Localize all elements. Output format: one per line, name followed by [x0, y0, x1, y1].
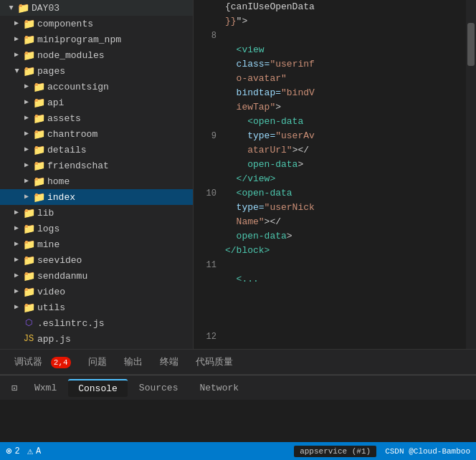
- index-label: index: [47, 192, 75, 203]
- line-numbers: 8 9 10 11 12: [194, 0, 222, 349]
- components-arrow: ▶: [11, 19, 22, 29]
- warning-icon: ⚠: [27, 445, 33, 457]
- sidebar-item-home[interactable]: ▶ 📁 home: [0, 173, 193, 189]
- line-num-21: [194, 287, 216, 301]
- sidebar-item-node-modules[interactable]: ▶ 📁 node_modules: [0, 47, 193, 63]
- panel-tabs: 调试器 2,4 问题 输出 终端 代码质量: [0, 350, 476, 375]
- friendschat-folder-icon: 📁: [33, 160, 44, 171]
- pages-label: pages: [37, 66, 65, 77]
- line-num-8: [194, 100, 216, 115]
- pages-folder-icon: 📁: [23, 65, 34, 77]
- panel-tab-terminal[interactable]: 终端: [151, 353, 187, 371]
- panel-tab-output[interactable]: 输出: [115, 353, 151, 371]
- appservice-tag: appservice (#1): [294, 446, 376, 457]
- seevideo-label: seevideo: [37, 255, 82, 266]
- appjs-label: app.js: [37, 334, 71, 345]
- node-modules-folder-icon: 📁: [23, 49, 34, 61]
- sidebar-item-assets[interactable]: ▶ 📁 assets: [0, 110, 193, 126]
- code-line-7: bindtap="bindV: [225, 86, 466, 100]
- code-line-10: type="userAv: [225, 129, 466, 143]
- senddanmu-arrow: ▶: [11, 271, 22, 281]
- line-num-20: [194, 272, 216, 287]
- logs-label: logs: [37, 224, 60, 234]
- code-line-6: o-avatar": [225, 72, 466, 86]
- index-folder-icon: 📁: [33, 191, 44, 203]
- line-num-22: [194, 301, 216, 315]
- line-num-10: 9: [194, 129, 216, 143]
- panel-tab-debugger[interactable]: 调试器 2,4: [6, 353, 80, 371]
- chantroom-folder-icon: 📁: [33, 128, 44, 140]
- sidebar-item-appjs[interactable]: ▶ JS app.js: [0, 331, 193, 347]
- sidebar-item-senddanmu[interactable]: ▶ 📁 senddanmu: [0, 268, 193, 284]
- sidebar-item-components[interactable]: ▶ 📁 components: [0, 16, 193, 32]
- line-num-12: [194, 158, 216, 172]
- sidebar-item-mine[interactable]: ▶ 📁 mine: [0, 236, 193, 252]
- line-num-14: 10: [194, 186, 216, 201]
- tab-sources[interactable]: Sources: [129, 380, 189, 396]
- panel-content-area: [0, 400, 476, 442]
- sidebar-item-seevideo[interactable]: ▶ 📁 seevideo: [0, 252, 193, 268]
- lib-folder-icon: 📁: [23, 207, 34, 219]
- sidebar-item-miniprogram-npm[interactable]: ▶ 📁 miniprogram_npm: [0, 32, 193, 47]
- code-line-12: open-data>: [225, 158, 466, 172]
- root-arrow: ▶: [6, 3, 16, 13]
- sidebar-item-lib[interactable]: ▶ 📁 lib: [0, 205, 193, 221]
- panel-tab-issues[interactable]: 问题: [80, 353, 115, 371]
- line-num-24: 12: [194, 330, 216, 344]
- sidebar-item-chantroom[interactable]: ▶ 📁 chantroom: [0, 126, 193, 142]
- sidebar-item-details[interactable]: ▶ 📁 details: [0, 142, 193, 158]
- error-count: 2: [14, 446, 19, 456]
- video-label: video: [37, 287, 65, 297]
- code-content[interactable]: {canIUseOpenData }}"> <view class="useri…: [222, 0, 466, 349]
- video-arrow: ▶: [11, 287, 22, 297]
- line-num-16: [194, 215, 216, 229]
- sidebar-item-accountsign[interactable]: ▶ 📁 accountsign: [0, 79, 193, 95]
- line-num-11: [194, 143, 216, 158]
- sidebar-item-api[interactable]: ▶ 📁 api: [0, 95, 193, 110]
- assets-folder-icon: 📁: [33, 112, 44, 124]
- root-folder[interactable]: ▶ 📁 DAY03: [0, 0, 193, 16]
- utils-folder-icon: 📁: [23, 302, 34, 313]
- details-folder-icon: 📁: [33, 144, 44, 155]
- details-label: details: [47, 145, 87, 155]
- tab-network[interactable]: Network: [189, 380, 249, 396]
- panel-tab-code-quality[interactable]: 代码质量: [187, 353, 242, 371]
- accountsign-label: accountsign: [47, 82, 109, 92]
- sidebar-item-eslintrc[interactable]: ▶ ⬡ .eslintrc.js: [0, 315, 193, 331]
- sidebar-item-index[interactable]: ▶ 📁 index: [0, 189, 193, 205]
- sidebar-item-friendschat[interactable]: ▶ 📁 friendschat: [0, 158, 193, 173]
- eslintrc-icon: ⬡: [23, 317, 34, 329]
- seevideo-arrow: ▶: [11, 255, 22, 265]
- code-quality-label: 代码质量: [196, 357, 233, 368]
- logs-arrow: ▶: [11, 224, 22, 234]
- tab-console[interactable]: Console: [68, 379, 128, 397]
- editor-scrollbar-thumb[interactable]: [467, 23, 475, 66]
- mine-label: mine: [37, 239, 60, 250]
- components-label: components: [37, 19, 93, 29]
- line-num-4: [194, 43, 216, 57]
- tab-wxml[interactable]: Wxml: [24, 380, 67, 396]
- line-num-18: [194, 244, 216, 258]
- sources-label: Sources: [139, 383, 178, 393]
- devtools-icon-1[interactable]: ⊡: [6, 379, 23, 396]
- sidebar-item-logs[interactable]: ▶ 📁 logs: [0, 221, 193, 236]
- code-line-17: open-data>: [225, 229, 466, 244]
- line-num-5: [194, 57, 216, 72]
- error-icon: ⊗: [6, 445, 11, 457]
- file-explorer[interactable]: ▶ 📁 DAY03 ▶ 📁 components ▶ 📁 miniprogram…: [0, 0, 194, 349]
- sidebar-item-pages[interactable]: ▶ 📁 pages: [0, 63, 193, 79]
- seevideo-folder-icon: 📁: [23, 254, 34, 266]
- editor-scrollbar[interactable]: [466, 0, 476, 349]
- appjs-icon: JS: [23, 333, 34, 345]
- sidebar-item-utils[interactable]: ▶ 📁 utils: [0, 300, 193, 315]
- line-num-23: [194, 315, 216, 330]
- code-line-20: <...: [225, 272, 466, 287]
- api-folder-icon: 📁: [33, 97, 44, 108]
- utils-label: utils: [37, 302, 65, 313]
- code-line-14: <open-data: [225, 186, 466, 201]
- line-num-9: [194, 115, 216, 129]
- miniprogram-arrow: ▶: [11, 34, 22, 44]
- senddanmu-label: senddanmu: [37, 271, 87, 282]
- details-arrow: ▶: [22, 145, 32, 155]
- sidebar-item-video[interactable]: ▶ 📁 video: [0, 284, 193, 300]
